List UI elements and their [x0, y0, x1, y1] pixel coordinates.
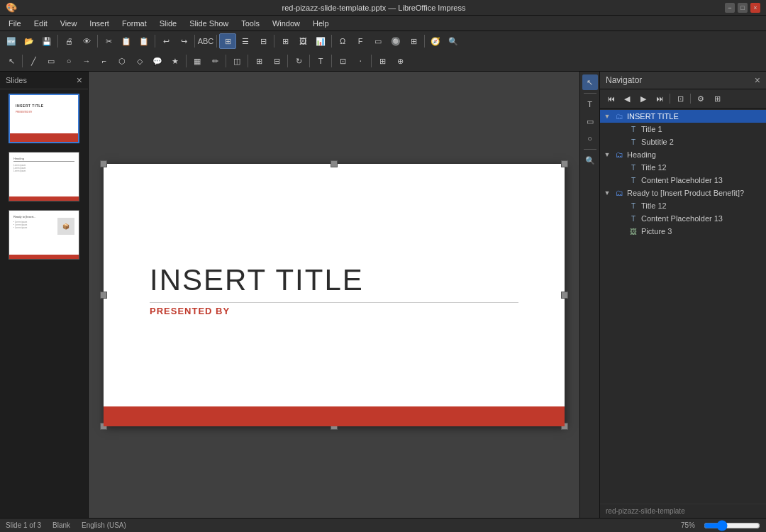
slide-thumb-3[interactable]: Ready to [Insert... • Lorem ipsum• Lorem…	[9, 210, 79, 260]
copy-button[interactable]: 📋	[118, 33, 135, 49]
insert-table-button[interactable]: ⊞	[277, 33, 294, 49]
nav-subtitle2[interactable]: T Subtitle 2	[600, 135, 766, 148]
expand-slide2-icon[interactable]: ▼	[603, 151, 611, 158]
slide-subtitle[interactable]: PRESENTED BY	[150, 306, 230, 316]
draw-shadow-button[interactable]: ◫	[228, 53, 245, 69]
new-button[interactable]: 🆕	[3, 33, 20, 49]
cut-button[interactable]: ✂	[100, 33, 117, 49]
close-button[interactable]: ×	[750, 3, 760, 13]
draw-flowchart-button[interactable]: ◇	[131, 53, 148, 69]
menu-tools[interactable]: Tools	[235, 18, 265, 29]
spellcheck-button[interactable]: ABC	[197, 33, 214, 49]
side-ellipse-button[interactable]: ○	[582, 131, 598, 146]
insert-chart-button[interactable]: 📊	[312, 33, 329, 49]
handle-top-mid[interactable]	[331, 160, 338, 167]
nav-slide2-content13[interactable]: T Content Placeholder 13	[600, 174, 766, 187]
slide-main-title[interactable]: INSERT TITLE	[150, 263, 364, 297]
draw-crop-button[interactable]: ⊡	[334, 53, 351, 69]
draw-points-button[interactable]: ⬝	[352, 53, 369, 69]
menu-slide[interactable]: Slide	[154, 18, 182, 29]
draw-fill-button[interactable]: ▦	[189, 53, 206, 69]
expand-slide3-icon[interactable]: ▼	[603, 189, 611, 196]
menu-slideshow[interactable]: Slide Show	[184, 18, 234, 29]
outline-view-button[interactable]: ☰	[237, 33, 254, 49]
side-rect-button[interactable]: ▭	[582, 113, 598, 129]
draw-line-button[interactable]: ╱	[25, 53, 42, 69]
nav-slide2-title12[interactable]: T Title 12	[600, 161, 766, 174]
navigator-close-button[interactable]: ×	[755, 74, 760, 86]
expand-slide1-icon[interactable]: ▼	[603, 113, 611, 120]
display-grid-button[interactable]: ⊞	[405, 33, 422, 49]
draw-glue-button[interactable]: ⊕	[392, 53, 409, 69]
basic-shapes-button[interactable]: ▭	[370, 33, 387, 49]
nav-next-button[interactable]: ▶	[635, 92, 651, 106]
draw-snap-button[interactable]: ⊞	[374, 53, 391, 69]
draw-stars-button[interactable]: ★	[167, 53, 184, 69]
zoom-button[interactable]: 🔍	[445, 33, 462, 49]
menu-insert[interactable]: Insert	[84, 18, 115, 29]
draw-align-button[interactable]: ⊞	[250, 53, 267, 69]
slide-thumb-2[interactable]: Heading Lorem ipsumLorem ipsumLorem ipsu…	[9, 152, 79, 201]
draw-ellipse-button[interactable]: ○	[60, 53, 77, 69]
undo-button[interactable]: ↩	[157, 33, 174, 49]
paste-button[interactable]: 📋	[135, 33, 152, 49]
redo-button[interactable]: ↪	[175, 33, 192, 49]
nav-drag-mode-button[interactable]: ⊡	[672, 92, 688, 106]
draw-text-button[interactable]: T	[312, 53, 329, 69]
draw-rotate-button[interactable]: ↻	[290, 53, 307, 69]
navigator-button[interactable]: 🧭	[427, 33, 444, 49]
slide-thumb-wrapper-2[interactable]: 2 Heading Lorem ipsumLorem ipsumLorem ip…	[0, 148, 88, 206]
slides-panel-close[interactable]: ×	[77, 74, 82, 86]
nav-slide-2[interactable]: ▼ 🗂 Heading	[600, 148, 766, 161]
nav-slide3-content13[interactable]: T Content Placeholder 13	[600, 212, 766, 225]
nav-last-button[interactable]: ⏭	[652, 92, 667, 106]
slide-thumb-1[interactable]: INSERT TITLE PRESENTED BY	[9, 94, 79, 143]
menu-file[interactable]: File	[3, 18, 27, 29]
maximize-button[interactable]: □	[738, 3, 748, 13]
nav-title1[interactable]: T Title 1	[600, 123, 766, 135]
open-button[interactable]: 📂	[21, 33, 38, 49]
draw-basic-shapes-button[interactable]: ⬡	[113, 53, 131, 69]
menu-help[interactable]: Help	[307, 18, 335, 29]
handle-mid-right[interactable]	[561, 292, 568, 299]
side-text-button[interactable]: T	[582, 96, 598, 112]
normal-view-button[interactable]: ⊞	[219, 33, 236, 49]
nav-prev-button[interactable]: ◀	[619, 92, 635, 106]
draw-connector-button[interactable]: ⌐	[96, 53, 113, 69]
handle-mid-left[interactable]	[100, 292, 107, 299]
nav-first-button[interactable]: ⏮	[603, 92, 618, 106]
insert-fontwork-button[interactable]: F	[352, 33, 369, 49]
nav-settings-button[interactable]: ⚙	[693, 92, 709, 106]
menu-view[interactable]: View	[55, 18, 83, 29]
slide-sorter-button[interactable]: ⊟	[255, 33, 272, 49]
handle-top-right[interactable]	[561, 160, 568, 167]
menu-edit[interactable]: Edit	[28, 18, 53, 29]
draw-select-button[interactable]: ↖	[3, 53, 20, 69]
save-button[interactable]: 💾	[38, 33, 55, 49]
nav-expand-all-button[interactable]: ⊞	[709, 92, 725, 106]
zoom-slider[interactable]	[704, 520, 760, 531]
nav-slide3-picture3[interactable]: 🖼 Picture 3	[600, 225, 766, 238]
slide-thumb-wrapper-1[interactable]: 1 INSERT TITLE PRESENTED BY	[0, 89, 88, 148]
nav-slide-3[interactable]: ▼ 🗂 Ready to [Insert Product Benefit]?	[600, 187, 766, 199]
draw-callouts-button[interactable]: 💬	[149, 53, 166, 69]
insert-image-button[interactable]: 🖼	[294, 33, 311, 49]
menu-format[interactable]: Format	[116, 18, 152, 29]
minimize-button[interactable]: −	[725, 3, 735, 13]
draw-arrange-button[interactable]: ⊟	[268, 53, 285, 69]
draw-line-color-button[interactable]: ✏	[206, 53, 223, 69]
nav-slide3-title12[interactable]: T Title 12	[600, 199, 766, 212]
canvas-area[interactable]: INSERT TITLE PRESENTED BY	[89, 72, 579, 518]
print-button[interactable]: 🖨	[60, 33, 77, 49]
side-zoom-button[interactable]: 🔍	[582, 153, 598, 168]
draw-arrows-button[interactable]: →	[78, 53, 95, 69]
menu-window[interactable]: Window	[267, 18, 306, 29]
toggle-button[interactable]: 🔘	[387, 33, 404, 49]
slide-thumb-wrapper-3[interactable]: 3 Ready to [Insert... • Lorem ipsum• Lor…	[0, 206, 88, 264]
nav-slide-1[interactable]: ▼ 🗂 INSERT TITLE	[600, 110, 766, 123]
side-arrow-button[interactable]: ↖	[582, 74, 598, 90]
insert-special-char-button[interactable]: Ω	[334, 33, 351, 49]
handle-top-left[interactable]	[100, 160, 107, 167]
draw-rect-button[interactable]: ▭	[43, 53, 60, 69]
preview-button[interactable]: 👁	[78, 33, 95, 49]
